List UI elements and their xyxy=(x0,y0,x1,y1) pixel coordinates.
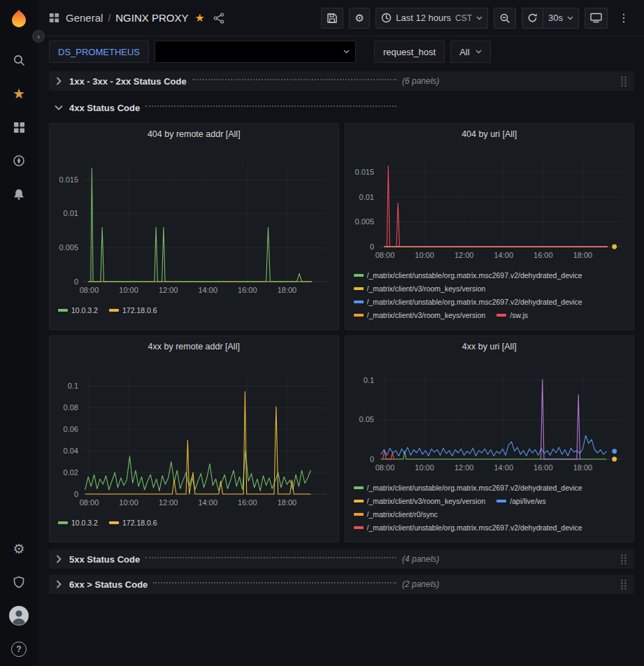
time-series-chart[interactable]: 00.020.040.060.080.108:0010:0012:0014:00… xyxy=(51,357,338,514)
row-1xx-3xx-2xx[interactable]: 1xx - 3xx - 2xx Status Code (6 panels) xyxy=(49,71,634,91)
kebab-menu-button[interactable]: ⋮ xyxy=(613,8,634,29)
sidebar-item-configuration[interactable]: ⚙ xyxy=(0,532,38,565)
sidebar-item-profile[interactable] xyxy=(0,599,38,632)
datasource-variable-label[interactable]: DS_PROMETHEUS xyxy=(49,41,149,63)
legend-swatch xyxy=(354,500,364,502)
legend-item[interactable]: /_matrix/client/unstable/org.matrix.msc2… xyxy=(354,482,582,494)
legend-item[interactable]: /_matrix/client/r0/sync xyxy=(354,508,438,521)
legend-swatch xyxy=(354,287,364,290)
breadcrumb-title[interactable]: NGINX PROXY xyxy=(115,12,188,24)
share-icon[interactable] xyxy=(213,13,224,24)
tv-mode-button[interactable] xyxy=(585,8,608,29)
row-drag-handle[interactable] xyxy=(620,75,627,87)
row-title: 1xx - 3xx - 2xx Status Code xyxy=(69,76,187,87)
grafana-logo[interactable] xyxy=(7,7,31,31)
panel-title[interactable]: 4xx by remote addr [All] xyxy=(50,336,338,357)
panel-title[interactable]: 404 by remote addr [All] xyxy=(50,124,338,145)
dashboard-settings-button[interactable]: ⚙ xyxy=(349,8,370,29)
bell-icon xyxy=(13,188,25,201)
row-4xx[interactable]: 4xx Status Code xyxy=(49,98,634,117)
row-drag-handle[interactable] xyxy=(620,553,627,565)
svg-text:16:00: 16:00 xyxy=(534,251,553,259)
svg-text:14:00: 14:00 xyxy=(494,463,513,472)
sidebar-item-starred[interactable]: ★ xyxy=(0,77,38,110)
panel-404-by-uri: 404 by uri [All] 00.0050.010.01508:0010:… xyxy=(345,123,635,330)
refresh-button[interactable] xyxy=(522,8,543,29)
save-icon xyxy=(327,13,338,24)
sidebar-item-search[interactable] xyxy=(0,43,38,77)
time-series-chart[interactable]: 00.050.108:0010:0012:0014:0016:0018:00 xyxy=(347,357,634,479)
time-range-label: Last 12 hours xyxy=(396,13,451,23)
legend-item[interactable]: /api/live/ws xyxy=(496,495,545,507)
svg-text:18:00: 18:00 xyxy=(278,286,297,294)
save-dashboard-button[interactable] xyxy=(321,8,343,29)
dashboard-variables-bar: DS_PROMETHEUS request_host All xyxy=(38,36,644,67)
legend-item[interactable]: 172.18.0.6 xyxy=(109,304,157,317)
sidebar-item-alerting[interactable] xyxy=(0,178,38,211)
svg-text:0.015: 0.015 xyxy=(59,175,78,184)
legend-item[interactable]: /_matrix/client/v3/room_keys/version xyxy=(354,495,486,507)
panel-title[interactable]: 404 by uri [All] xyxy=(345,124,634,145)
chevron-right-icon xyxy=(55,580,63,588)
panel-title[interactable]: 4xx by uri [All] xyxy=(345,336,634,357)
svg-text:14:00: 14:00 xyxy=(198,286,217,294)
legend-item[interactable]: /_matrix/client/unstable/org.matrix.msc2… xyxy=(354,269,582,282)
zoom-out-icon xyxy=(499,13,510,24)
legend-swatch xyxy=(354,274,364,277)
sidebar-item-dashboards[interactable] xyxy=(0,110,38,144)
datasource-label-text: DS_PROMETHEUS xyxy=(58,47,140,57)
legend-item[interactable]: 10.0.3.2 xyxy=(58,304,98,317)
legend-item[interactable]: 172.18.0.6 xyxy=(109,516,157,529)
svg-text:10:00: 10:00 xyxy=(119,286,138,294)
svg-text:0.015: 0.015 xyxy=(355,168,374,176)
chart-legend: /_matrix/client/unstable/org.matrix.msc2… xyxy=(345,479,634,542)
svg-text:0: 0 xyxy=(369,455,373,463)
refresh-interval-dropdown[interactable]: 30s xyxy=(543,8,579,29)
refresh-icon xyxy=(527,13,538,23)
legend-item[interactable]: /_matrix/client/unstable/org.matrix.msc2… xyxy=(354,296,582,308)
sidebar-expand-button[interactable]: › xyxy=(32,30,45,43)
breadcrumb-section[interactable]: General xyxy=(66,12,103,24)
refresh-interval-value: 30s xyxy=(548,13,563,23)
svg-text:16:00: 16:00 xyxy=(534,463,553,472)
gear-icon: ⚙ xyxy=(355,13,364,23)
time-series-chart[interactable]: 00.0050.010.01508:0010:0012:0014:0016:00… xyxy=(347,145,634,266)
favorite-star-icon[interactable]: ★ xyxy=(194,13,204,24)
svg-text:12:00: 12:00 xyxy=(159,498,178,507)
svg-text:12:00: 12:00 xyxy=(454,463,473,472)
sidebar-item-explore[interactable] xyxy=(0,144,38,178)
breadcrumb-separator: / xyxy=(108,13,110,24)
header-actions: ⚙ Last 12 hours CST xyxy=(321,8,634,29)
legend-swatch xyxy=(496,314,506,317)
row-drag-handle[interactable] xyxy=(620,579,627,591)
legend-label: /_matrix/client/v3/room_keys/version xyxy=(367,495,486,507)
shield-icon xyxy=(13,576,25,588)
dotted-leader xyxy=(153,582,396,584)
time-series-chart[interactable]: 00.0050.010.01508:0010:0012:0014:0016:00… xyxy=(51,145,338,301)
request-host-variable-dropdown[interactable]: All xyxy=(450,41,490,63)
legend-item[interactable]: 10.0.3.2 xyxy=(58,516,98,529)
legend-item[interactable]: /_matrix/client/v3/room_keys/version xyxy=(354,309,486,321)
time-range-picker[interactable]: Last 12 hours CST xyxy=(375,8,488,29)
legend-item[interactable]: /sw.js xyxy=(496,309,528,321)
row-5xx[interactable]: 5xx Status Code (4 panels) xyxy=(49,549,634,569)
zoom-out-button[interactable] xyxy=(494,8,516,29)
legend-label: 172.18.0.6 xyxy=(122,304,157,317)
row-6xx[interactable]: 6xx > Status Code (2 panels) xyxy=(49,574,634,594)
legend-swatch xyxy=(354,486,364,489)
chart-legend: 10.0.3.2172.18.0.6 xyxy=(50,514,338,542)
sidebar-item-help[interactable]: ? xyxy=(0,632,38,666)
help-icon: ? xyxy=(11,642,27,657)
legend-item[interactable]: /_matrix/client/unstable/org.matrix.msc2… xyxy=(354,521,582,534)
request-host-variable-label[interactable]: request_host xyxy=(374,41,445,63)
datasource-variable-dropdown[interactable] xyxy=(155,41,356,63)
dashboard-header: General / NGINX PROXY ★ ⚙ xyxy=(38,0,644,36)
row-title: 5xx Status Code xyxy=(69,554,140,565)
svg-text:14:00: 14:00 xyxy=(494,251,513,259)
panel-4xx-by-uri: 4xx by uri [All] 00.050.108:0010:0012:00… xyxy=(345,335,635,542)
legend-item[interactable]: /_matrix/client/v3/room_keys/version xyxy=(354,282,486,295)
legend-swatch xyxy=(354,314,364,317)
row-title: 6xx > Status Code xyxy=(69,579,148,590)
sidebar-item-server-admin[interactable] xyxy=(0,565,38,599)
legend-swatch xyxy=(58,521,68,524)
